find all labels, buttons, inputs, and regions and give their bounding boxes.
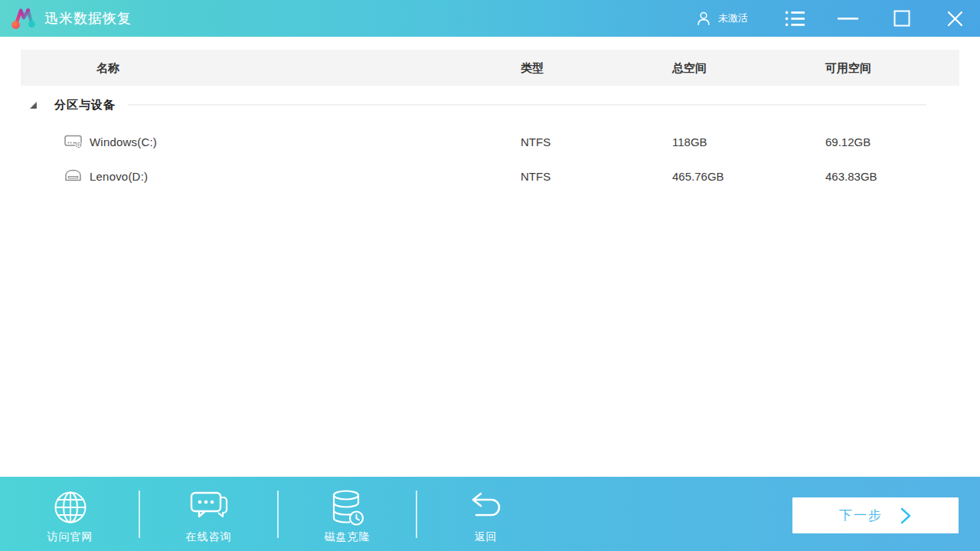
next-button[interactable]: 下一步 bbox=[792, 497, 959, 533]
maximize-button[interactable] bbox=[890, 7, 913, 30]
table-header: 名称 类型 总空间 可用空间 bbox=[21, 50, 959, 86]
titlebar-controls: 未激活 bbox=[695, 7, 980, 31]
next-button-label: 下一步 bbox=[839, 507, 883, 524]
list-menu-icon bbox=[785, 10, 805, 28]
column-header-name: 名称 bbox=[96, 60, 119, 75]
online-support-button[interactable]: 在线咨询 bbox=[140, 477, 277, 551]
app-window: 迅米数据恢复 未激活 bbox=[0, 0, 980, 551]
drive-type: NTFS bbox=[521, 135, 550, 148]
menu-button[interactable] bbox=[782, 7, 808, 31]
titlebar: 迅米数据恢复 未激活 bbox=[0, 0, 980, 37]
drive-name: Windows(C:) bbox=[90, 135, 157, 148]
system-drive-icon bbox=[64, 134, 83, 149]
table-row-lenovo-d[interactable]: Lenovo(D:) NTFS 465.76GB 463.83GB bbox=[21, 158, 959, 193]
disk-clone-button[interactable]: 磁盘克隆 bbox=[279, 477, 416, 551]
drive-free: 69.12GB bbox=[825, 135, 871, 148]
table-row-windows-c[interactable]: Windows(C:) NTFS 118GB 69.12GB bbox=[21, 124, 959, 158]
account-status[interactable]: 未激活 bbox=[695, 9, 748, 28]
titlebar-left: 迅米数据恢复 bbox=[0, 4, 132, 33]
column-header-total: 总空间 bbox=[672, 60, 707, 75]
disk-clone-icon bbox=[331, 489, 364, 526]
drive-list-panel: 名称 类型 总空间 可用空间 分区与设备 bbox=[0, 37, 980, 477]
footer-item-label: 磁盘克隆 bbox=[325, 530, 371, 544]
minimize-icon bbox=[838, 11, 858, 26]
app-title: 迅米数据恢复 bbox=[44, 9, 132, 28]
footer-actions: 访问官网 在线咨询 bbox=[0, 477, 554, 551]
visit-website-button[interactable]: 访问官网 bbox=[2, 477, 139, 551]
tree-group-label: 分区与设备 bbox=[54, 98, 116, 112]
globe-icon bbox=[53, 489, 88, 526]
back-button[interactable]: 返回 bbox=[417, 477, 554, 551]
drive-total: 118GB bbox=[672, 135, 707, 148]
close-button[interactable] bbox=[944, 8, 966, 30]
footer-item-label: 访问官网 bbox=[47, 530, 93, 544]
tree-group-rule bbox=[128, 104, 926, 106]
close-icon bbox=[947, 11, 963, 27]
minimize-button[interactable] bbox=[835, 8, 861, 29]
footer-item-label: 在线咨询 bbox=[186, 530, 232, 544]
chevron-right-icon bbox=[900, 507, 912, 524]
chat-icon bbox=[190, 489, 228, 526]
tree-group-partitions[interactable]: 分区与设备 bbox=[21, 86, 959, 124]
drive-type: NTFS bbox=[521, 169, 550, 182]
column-header-free: 可用空间 bbox=[825, 60, 871, 75]
drive-name: Lenovo(D:) bbox=[90, 169, 148, 182]
footer-toolbar: 访问官网 在线咨询 bbox=[0, 477, 980, 551]
account-status-label: 未激活 bbox=[718, 11, 748, 25]
app-logo-icon bbox=[9, 4, 38, 33]
expand-arrow-icon[interactable] bbox=[29, 101, 38, 109]
drive-total: 465.76GB bbox=[672, 169, 724, 182]
footer-item-label: 返回 bbox=[475, 530, 498, 544]
maximize-icon bbox=[893, 10, 910, 27]
column-header-type: 类型 bbox=[521, 60, 544, 75]
drive-free: 463.83GB bbox=[825, 169, 877, 182]
drive-icon bbox=[64, 168, 83, 184]
user-icon bbox=[695, 9, 712, 28]
back-arrow-icon bbox=[469, 489, 504, 526]
